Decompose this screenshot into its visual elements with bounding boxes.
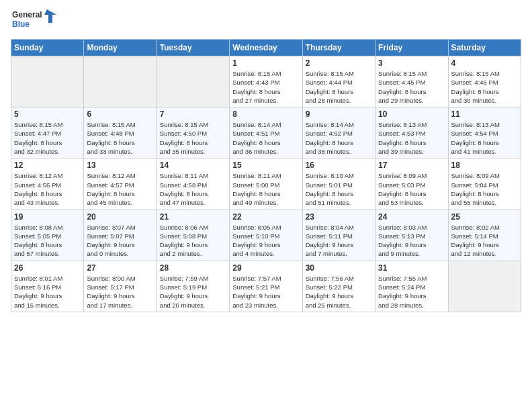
day-number: 28 [160, 263, 226, 273]
calendar-cell: 20Sunrise: 8:07 AM Sunset: 5:07 PM Dayli… [84, 210, 157, 261]
day-info: Sunrise: 8:15 AM Sunset: 4:45 PM Dayligh… [378, 69, 445, 105]
day-info: Sunrise: 8:00 AM Sunset: 5:17 PM Dayligh… [87, 274, 153, 310]
calendar-cell: 21Sunrise: 8:06 AM Sunset: 5:08 PM Dayli… [157, 210, 229, 261]
calendar-cell: 10Sunrise: 8:13 AM Sunset: 4:53 PM Dayli… [375, 107, 448, 158]
calendar-cell: 9Sunrise: 8:14 AM Sunset: 4:52 PM Daylig… [302, 107, 375, 158]
day-number: 5 [14, 109, 81, 119]
calendar-week-row: 19Sunrise: 8:08 AM Sunset: 5:05 PM Dayli… [11, 210, 521, 261]
calendar: SundayMondayTuesdayWednesdayThursdayFrid… [11, 39, 521, 312]
day-info: Sunrise: 7:57 AM Sunset: 5:21 PM Dayligh… [232, 274, 299, 310]
calendar-cell: 26Sunrise: 8:01 AM Sunset: 5:16 PM Dayli… [11, 261, 84, 312]
calendar-cell: 19Sunrise: 8:08 AM Sunset: 5:05 PM Dayli… [11, 210, 84, 261]
day-number: 18 [451, 161, 518, 170]
calendar-cell: 31Sunrise: 7:55 AM Sunset: 5:24 PM Dayli… [375, 261, 448, 312]
calendar-cell: 7Sunrise: 8:15 AM Sunset: 4:50 PM Daylig… [157, 107, 229, 158]
calendar-cell: 11Sunrise: 8:13 AM Sunset: 4:54 PM Dayli… [448, 107, 521, 158]
day-number: 23 [306, 212, 372, 222]
day-number: 3 [378, 58, 445, 68]
day-number: 10 [378, 109, 445, 119]
day-number: 16 [306, 161, 372, 170]
day-info: Sunrise: 8:14 AM Sunset: 4:51 PM Dayligh… [232, 120, 299, 156]
day-number: 8 [232, 109, 299, 119]
day-info: Sunrise: 8:09 AM Sunset: 5:04 PM Dayligh… [451, 171, 518, 207]
calendar-cell: 1Sunrise: 8:15 AM Sunset: 4:43 PM Daylig… [230, 56, 302, 107]
calendar-cell: 25Sunrise: 8:02 AM Sunset: 5:14 PM Dayli… [448, 210, 521, 261]
calendar-cell [11, 56, 84, 107]
day-number: 12 [14, 161, 81, 170]
logo-svg: General Blue [11, 7, 58, 35]
calendar-week-row: 26Sunrise: 8:01 AM Sunset: 5:16 PM Dayli… [11, 261, 521, 312]
day-number: 26 [14, 263, 81, 273]
day-info: Sunrise: 8:06 AM Sunset: 5:08 PM Dayligh… [160, 223, 226, 259]
calendar-cell: 5Sunrise: 8:15 AM Sunset: 4:47 PM Daylig… [11, 107, 84, 158]
weekday-header: Friday [375, 40, 448, 56]
weekday-header: Thursday [302, 40, 375, 56]
svg-text:General: General [12, 10, 42, 19]
page: General Blue SundayMondayTuesdayWednesda… [0, 0, 532, 411]
day-info: Sunrise: 8:05 AM Sunset: 5:10 PM Dayligh… [232, 223, 299, 259]
weekday-header: Tuesday [157, 40, 229, 56]
day-number: 6 [87, 109, 153, 119]
weekday-header: Sunday [11, 40, 84, 56]
day-info: Sunrise: 7:59 AM Sunset: 5:19 PM Dayligh… [160, 274, 226, 310]
calendar-cell: 4Sunrise: 8:15 AM Sunset: 4:46 PM Daylig… [448, 56, 521, 107]
calendar-cell: 6Sunrise: 8:15 AM Sunset: 4:48 PM Daylig… [84, 107, 157, 158]
day-number: 11 [451, 109, 518, 119]
day-info: Sunrise: 8:15 AM Sunset: 4:48 PM Dayligh… [87, 120, 153, 156]
day-info: Sunrise: 8:10 AM Sunset: 5:01 PM Dayligh… [306, 171, 372, 207]
svg-text:Blue: Blue [12, 19, 30, 29]
calendar-week-row: 12Sunrise: 8:12 AM Sunset: 4:56 PM Dayli… [11, 158, 521, 210]
day-number: 20 [87, 212, 153, 222]
calendar-cell: 14Sunrise: 8:11 AM Sunset: 4:58 PM Dayli… [157, 158, 229, 210]
day-info: Sunrise: 8:15 AM Sunset: 4:47 PM Dayligh… [14, 120, 81, 156]
calendar-cell: 16Sunrise: 8:10 AM Sunset: 5:01 PM Dayli… [302, 158, 375, 210]
day-info: Sunrise: 8:02 AM Sunset: 5:14 PM Dayligh… [451, 223, 518, 259]
weekday-header: Monday [84, 40, 157, 56]
day-info: Sunrise: 8:04 AM Sunset: 5:11 PM Dayligh… [306, 223, 372, 259]
calendar-cell: 22Sunrise: 8:05 AM Sunset: 5:10 PM Dayli… [230, 210, 302, 261]
day-info: Sunrise: 8:15 AM Sunset: 4:44 PM Dayligh… [306, 69, 372, 105]
calendar-week-row: 5Sunrise: 8:15 AM Sunset: 4:47 PM Daylig… [11, 107, 521, 158]
weekday-header: Saturday [448, 40, 521, 56]
calendar-cell: 24Sunrise: 8:03 AM Sunset: 5:13 PM Dayli… [375, 210, 448, 261]
calendar-cell: 27Sunrise: 8:00 AM Sunset: 5:17 PM Dayli… [84, 261, 157, 312]
day-number: 17 [378, 161, 445, 170]
day-number: 19 [14, 212, 81, 222]
weekday-header-row: SundayMondayTuesdayWednesdayThursdayFrid… [11, 40, 521, 56]
calendar-week-row: 1Sunrise: 8:15 AM Sunset: 4:43 PM Daylig… [11, 56, 521, 107]
day-info: Sunrise: 7:55 AM Sunset: 5:24 PM Dayligh… [378, 274, 445, 310]
day-number: 9 [306, 109, 372, 119]
day-info: Sunrise: 8:03 AM Sunset: 5:13 PM Dayligh… [378, 223, 445, 259]
day-number: 27 [87, 263, 153, 273]
day-info: Sunrise: 7:56 AM Sunset: 5:22 PM Dayligh… [306, 274, 372, 310]
calendar-cell: 8Sunrise: 8:14 AM Sunset: 4:51 PM Daylig… [230, 107, 302, 158]
day-number: 24 [378, 212, 445, 222]
calendar-cell: 2Sunrise: 8:15 AM Sunset: 4:44 PM Daylig… [302, 56, 375, 107]
day-number: 29 [232, 263, 299, 273]
day-number: 21 [160, 212, 226, 222]
day-number: 22 [232, 212, 299, 222]
day-number: 30 [306, 263, 372, 273]
day-info: Sunrise: 8:09 AM Sunset: 5:03 PM Dayligh… [378, 171, 445, 207]
calendar-cell: 13Sunrise: 8:12 AM Sunset: 4:57 PM Dayli… [84, 158, 157, 210]
calendar-cell: 30Sunrise: 7:56 AM Sunset: 5:22 PM Dayli… [302, 261, 375, 312]
day-info: Sunrise: 8:07 AM Sunset: 5:07 PM Dayligh… [87, 223, 153, 259]
day-info: Sunrise: 8:14 AM Sunset: 4:52 PM Dayligh… [306, 120, 372, 156]
calendar-cell [84, 56, 157, 107]
day-info: Sunrise: 8:13 AM Sunset: 4:54 PM Dayligh… [451, 120, 518, 156]
day-info: Sunrise: 8:11 AM Sunset: 4:58 PM Dayligh… [160, 171, 226, 207]
calendar-cell: 17Sunrise: 8:09 AM Sunset: 5:03 PM Dayli… [375, 158, 448, 210]
day-info: Sunrise: 8:11 AM Sunset: 5:00 PM Dayligh… [232, 171, 299, 207]
calendar-cell: 23Sunrise: 8:04 AM Sunset: 5:11 PM Dayli… [302, 210, 375, 261]
calendar-cell: 3Sunrise: 8:15 AM Sunset: 4:45 PM Daylig… [375, 56, 448, 107]
day-info: Sunrise: 8:13 AM Sunset: 4:53 PM Dayligh… [378, 120, 445, 156]
logo: General Blue [11, 7, 58, 35]
svg-marker-2 [44, 9, 56, 23]
calendar-cell: 18Sunrise: 8:09 AM Sunset: 5:04 PM Dayli… [448, 158, 521, 210]
day-info: Sunrise: 8:12 AM Sunset: 4:56 PM Dayligh… [14, 171, 81, 207]
calendar-cell: 15Sunrise: 8:11 AM Sunset: 5:00 PM Dayli… [230, 158, 302, 210]
day-number: 15 [232, 161, 299, 170]
calendar-cell: 12Sunrise: 8:12 AM Sunset: 4:56 PM Dayli… [11, 158, 84, 210]
day-number: 13 [87, 161, 153, 170]
day-number: 1 [232, 58, 299, 68]
